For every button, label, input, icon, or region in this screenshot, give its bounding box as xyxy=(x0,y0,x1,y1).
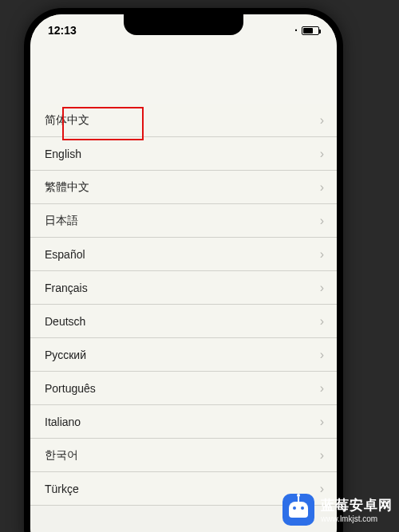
watermark-title: 蓝莓安卓网 xyxy=(321,496,393,514)
chevron-right-icon: › xyxy=(320,281,324,295)
language-label: Español xyxy=(45,248,85,261)
language-label: 한국어 xyxy=(45,448,78,463)
watermark-text: 蓝莓安卓网 www.lmkjst.com xyxy=(321,496,393,523)
language-row-portuguese[interactable]: Português › xyxy=(30,372,337,405)
chevron-right-icon: › xyxy=(320,314,324,329)
language-label: Türkçe xyxy=(45,483,79,495)
chevron-right-icon: › xyxy=(320,381,324,396)
language-label: Français xyxy=(45,282,88,294)
notch xyxy=(124,14,243,35)
language-label: English xyxy=(45,148,81,160)
battery-icon xyxy=(302,26,319,35)
language-row-german[interactable]: Deutsch › xyxy=(30,305,337,338)
language-list: 简体中文 › English › 繁體中文 › 日本語 › Español › … xyxy=(30,104,337,506)
language-label: 日本語 xyxy=(45,214,78,228)
language-label: Русский xyxy=(45,349,86,361)
language-label: Deutsch xyxy=(45,315,85,328)
cellular-icon: · xyxy=(294,24,298,37)
status-right: · xyxy=(294,24,319,37)
phone-screen: 12:13 · 简体中文 › English › 繁體中文 › xyxy=(30,14,337,532)
battery-fill xyxy=(303,28,313,33)
chevron-right-icon: › xyxy=(320,147,324,161)
chevron-right-icon: › xyxy=(320,415,324,429)
language-row-japanese[interactable]: 日本語 › xyxy=(30,204,337,238)
status-time: 12:13 xyxy=(48,24,77,37)
watermark: 蓝莓安卓网 www.lmkjst.com xyxy=(282,494,393,526)
language-row-spanish[interactable]: Español › xyxy=(30,238,337,271)
chevron-right-icon: › xyxy=(320,214,324,228)
header-space xyxy=(30,46,337,104)
language-label: 繁體中文 xyxy=(45,180,89,195)
language-row-simplified-chinese[interactable]: 简体中文 › xyxy=(30,104,337,137)
chevron-right-icon: › xyxy=(320,348,324,362)
phone-frame: 12:13 · 简体中文 › English › 繁體中文 › xyxy=(24,8,343,532)
language-label: Português xyxy=(45,382,96,395)
watermark-robot-icon xyxy=(282,494,314,526)
chevron-right-icon: › xyxy=(320,113,324,128)
watermark-url: www.lmkjst.com xyxy=(321,514,393,523)
language-row-english[interactable]: English › xyxy=(30,137,337,171)
language-label: 简体中文 xyxy=(45,113,89,128)
language-row-traditional-chinese[interactable]: 繁體中文 › xyxy=(30,171,337,204)
language-row-french[interactable]: Français › xyxy=(30,271,337,305)
language-row-russian[interactable]: Русский › xyxy=(30,338,337,372)
language-label: Italiano xyxy=(45,416,81,428)
language-row-italian[interactable]: Italiano › xyxy=(30,405,337,439)
chevron-right-icon: › xyxy=(320,247,324,262)
chevron-right-icon: › xyxy=(320,180,324,195)
language-row-korean[interactable]: 한국어 › xyxy=(30,439,337,472)
chevron-right-icon: › xyxy=(320,448,324,463)
